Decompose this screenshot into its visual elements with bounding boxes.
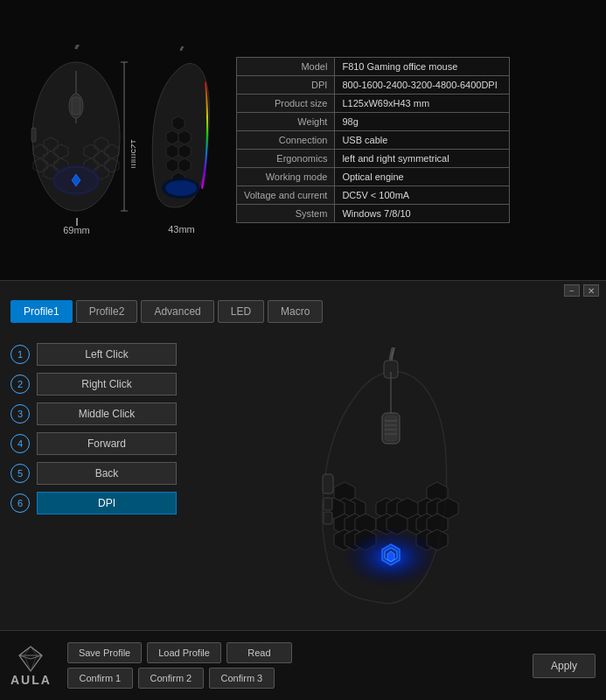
bottom-btn-row1[interactable]: Save ProfileLoad ProfileRead [67,642,526,663]
mapping-number: 6 [10,494,30,513]
mapping-row[interactable]: 1Left Click [10,343,177,366]
mapping-row[interactable]: 6DPI [10,492,177,514]
spec-value: 800-1600-2400-3200-4800-6400DPI [335,76,510,94]
svg-rect-73 [324,498,332,510]
mapping-number: 3 [10,404,30,424]
mapping-row[interactable]: 4Forward [10,432,177,455]
specs-table: ModelF810 Gaming office mouseDPI800-1600… [236,57,510,223]
mouse-side-view: 43mm [144,46,219,234]
svg-marker-27 [166,130,178,144]
tab-led[interactable]: LED [218,300,264,323]
spec-value: USB cable [335,131,510,150]
spec-label: Ergonomics [237,150,335,168]
svg-marker-33 [172,116,185,130]
spec-value: F810 Gaming office mouse [335,58,510,76]
spec-row: Weight98g [237,113,510,131]
profile-tabs[interactable]: Profile1Profile2AdvancedLEDMacro [0,281,606,330]
mapping-number: 5 [10,464,30,483]
spec-row: Voltage and currentDC5V < 100mA [237,186,510,205]
spec-row: ConnectionUSB cable [237,131,510,150]
mouse-top-svg: 125mm [17,45,136,220]
product-section: 125mm 69mm [0,0,606,280]
mapping-number: 4 [10,434,30,453]
svg-point-36 [165,180,197,196]
brand-label: AULA [10,673,52,687]
mapping-label[interactable]: Forward [37,432,177,455]
main-content: 1Left Click2Right Click3Middle Click4For… [0,330,606,645]
spec-label: Product size [237,94,335,113]
bottom-btn-row2[interactable]: Confirm 1Confirm 2Confirm 3 [67,668,526,689]
bottom-btn-load-profile[interactable]: Load Profile [147,642,221,663]
aula-logo-icon [14,645,47,673]
apply-button[interactable]: Apply [533,654,596,678]
software-section: − ✕ Profile1Profile2AdvancedLEDMacro 1Le… [0,280,606,700]
svg-marker-76 [19,647,42,659]
bottom-btn-confirm-1[interactable]: Confirm 1 [67,668,133,689]
aula-logo: AULA [10,645,52,687]
spec-value: 98g [335,113,510,131]
tab-macro[interactable]: Macro [268,300,323,323]
svg-rect-39 [385,416,397,441]
mouse-images: 125mm 69mm [17,45,219,235]
bottom-btn-confirm-2[interactable]: Confirm 2 [138,668,204,689]
tab-profile1[interactable]: Profile1 [10,300,73,323]
svg-marker-28 [178,130,191,144]
svg-marker-29 [166,144,178,158]
tab-profile2[interactable]: Profile2 [76,300,138,323]
spec-row: Product sizeL125xW69xH43 mm [237,94,510,113]
mouse-side-svg [144,46,219,221]
spec-label: System [237,205,335,223]
bottom-bar: AULA Save ProfileLoad ProfileRead Confir… [0,630,606,700]
mouse-center-image [185,334,596,640]
svg-rect-74 [324,512,332,524]
bottom-buttons[interactable]: Save ProfileLoad ProfileRead Confirm 1Co… [67,642,526,689]
spec-value: Windows 7/8/10 [335,205,510,223]
spec-row: Ergonomicsleft and right symmetrical [237,150,510,168]
bottom-btn-save-profile[interactable]: Save Profile [67,642,142,663]
spec-label: Voltage and current [237,186,335,205]
mapping-label[interactable]: Right Click [37,373,177,396]
minimize-button[interactable]: − [564,284,580,297]
mapping-label[interactable]: Back [37,462,177,485]
svg-rect-72 [323,474,333,494]
svg-marker-32 [178,158,191,172]
bottom-btn-confirm-3[interactable]: Confirm 3 [209,668,275,689]
svg-text:125mm: 125mm [129,139,136,168]
spec-row: SystemWindows 7/8/10 [237,205,510,223]
spec-value: DC5V < 100mA [335,186,510,205]
spec-row: ModelF810 Gaming office mouse [237,58,510,76]
spec-value: left and right symmetrical [335,150,510,168]
spec-label: Working mode [237,168,335,186]
mapping-number: 1 [10,345,30,364]
bottom-btn-read[interactable]: Read [226,642,292,663]
window-controls[interactable]: − ✕ [564,284,599,297]
svg-marker-30 [178,144,191,158]
mapping-label[interactable]: Middle Click [37,402,177,425]
svg-rect-22 [31,128,36,142]
mapping-row[interactable]: 5Back [10,462,177,485]
button-mapping[interactable]: 1Left Click2Right Click3Middle Click4For… [10,334,177,640]
mapping-number: 2 [10,374,30,394]
spec-label: Weight [237,113,335,131]
svg-marker-31 [166,158,178,172]
svg-rect-3 [72,97,80,115]
tab-advanced[interactable]: Advanced [141,300,213,323]
mapping-label[interactable]: DPI [37,492,177,514]
spec-label: Model [237,58,335,76]
mouse-top-view: 125mm 69mm [17,45,136,235]
spec-value: L125xW69xH43 mm [335,94,510,113]
dim-width-label: 69mm [63,225,90,235]
spec-label: DPI [237,76,335,94]
spec-value: Optical engine [335,168,510,186]
spec-row: DPI800-1600-2400-3200-4800-6400DPI [237,76,510,94]
close-button[interactable]: ✕ [583,284,599,297]
spec-row: Working modeOptical engine [237,168,510,186]
mapping-label[interactable]: Left Click [37,343,177,366]
spec-label: Connection [237,131,335,150]
mouse-center-svg [286,347,496,627]
dim-side-label: 43mm [168,224,195,234]
svg-marker-71 [387,551,394,562]
mapping-row[interactable]: 2Right Click [10,373,177,396]
mapping-row[interactable]: 3Middle Click [10,402,177,425]
